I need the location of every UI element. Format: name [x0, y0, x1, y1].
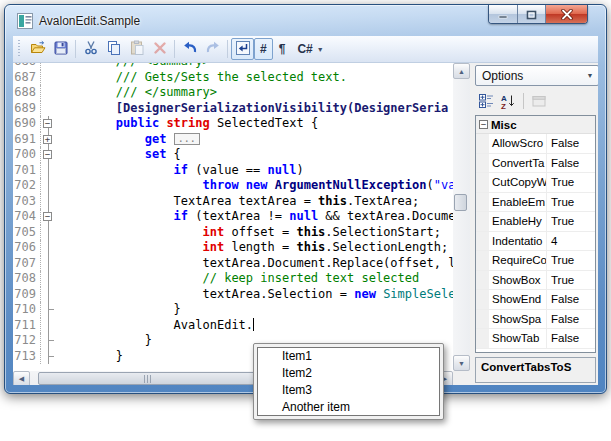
- scroll-left-button[interactable]: ◀: [13, 371, 30, 385]
- code-line[interactable]: 704− if (textArea != null && textArea.Do…: [13, 209, 453, 225]
- property-grid[interactable]: − Misc AllowScroFalseConvertTaFalseCutCo…: [475, 115, 596, 353]
- property-name[interactable]: EnableHy: [489, 212, 547, 231]
- line-number[interactable]: 691: [13, 132, 41, 148]
- paste-button[interactable]: [125, 38, 148, 60]
- property-name[interactable]: ShowBox: [489, 271, 547, 290]
- delete-button[interactable]: [148, 38, 171, 60]
- property-value[interactable]: False: [547, 154, 595, 173]
- fold-margin[interactable]: −: [41, 209, 56, 225]
- fold-margin[interactable]: [41, 85, 56, 101]
- code-line[interactable]: 687 /// Gets/Sets the selected text.: [13, 70, 453, 86]
- maximize-button[interactable]: [518, 5, 546, 24]
- property-name[interactable]: EnableEm: [489, 193, 547, 212]
- line-number[interactable]: 711: [13, 318, 41, 334]
- categorized-button[interactable]: [475, 91, 497, 111]
- code-text[interactable]: textArea.Document.Replace(offset, l: [56, 256, 453, 272]
- line-number[interactable]: 703: [13, 194, 41, 210]
- property-value[interactable]: False: [547, 310, 595, 329]
- property-value[interactable]: False: [547, 134, 595, 153]
- property-value[interactable]: False: [547, 329, 595, 348]
- fold-margin[interactable]: −: [41, 116, 56, 132]
- horizontal-scroll-thumb[interactable]: [38, 372, 258, 385]
- completion-item[interactable]: Item3: [258, 382, 439, 399]
- code-line[interactable]: 705 int offset = this.SelectionStart;: [13, 225, 453, 241]
- property-row[interactable]: EnableHyTrue: [476, 212, 595, 232]
- line-number[interactable]: 708: [13, 271, 41, 287]
- code-line[interactable]: 702 throw new ArgumentNullException("va: [13, 178, 453, 194]
- code-line[interactable]: 688 /// </summary>: [13, 85, 453, 101]
- fold-margin[interactable]: [41, 271, 56, 287]
- alphabetical-sort-button[interactable]: A Z: [497, 91, 519, 111]
- code-line[interactable]: 700− set {: [13, 147, 453, 163]
- property-name[interactable]: ShowSpa: [489, 310, 547, 329]
- completion-item[interactable]: Item2: [258, 365, 439, 382]
- code-text[interactable]: AvalonEdit.: [56, 318, 254, 334]
- line-number[interactable]: 704: [13, 209, 41, 225]
- property-value[interactable]: True: [547, 173, 595, 192]
- code-text[interactable]: get ...: [56, 132, 200, 148]
- code-text[interactable]: // keep inserted text selected: [56, 271, 419, 287]
- code-text[interactable]: TextArea textArea = this.TextArea;: [56, 194, 419, 210]
- completion-list[interactable]: Item1Item2Item3Another item: [257, 347, 440, 416]
- fold-margin[interactable]: +: [41, 132, 56, 148]
- fold-margin[interactable]: [41, 287, 56, 303]
- options-dropdown[interactable]: Options ▼: [475, 65, 598, 86]
- code-text[interactable]: set {: [56, 147, 181, 163]
- code-text[interactable]: textArea.Selection = new SimpleSele: [56, 287, 453, 303]
- property-name[interactable]: AllowScro: [489, 134, 547, 153]
- line-number[interactable]: 712: [13, 333, 41, 349]
- title-bar[interactable]: AvalonEdit.Sample: [5, 5, 606, 36]
- completion-item[interactable]: Item1: [258, 348, 439, 365]
- fold-margin[interactable]: [41, 101, 56, 117]
- property-name[interactable]: ConvertTa: [489, 154, 547, 173]
- code-line[interactable]: 703 TextArea textArea = this.TextArea;: [13, 194, 453, 210]
- fold-margin[interactable]: [41, 194, 56, 210]
- fold-margin[interactable]: [41, 70, 56, 86]
- code-text[interactable]: if (value == null): [56, 163, 304, 179]
- property-pages-button[interactable]: [528, 91, 550, 111]
- code-text[interactable]: }: [56, 302, 181, 318]
- code-text[interactable]: int offset = this.SelectionStart;: [56, 225, 441, 241]
- code-line[interactable]: 707 textArea.Document.Replace(offset, l: [13, 256, 453, 272]
- line-number[interactable]: 688: [13, 85, 41, 101]
- property-name[interactable]: ShowTab: [489, 329, 547, 348]
- line-number[interactable]: 707: [13, 256, 41, 272]
- open-button[interactable]: [26, 38, 49, 60]
- code-line[interactable]: 710 }: [13, 302, 453, 318]
- collapse-icon[interactable]: −: [479, 120, 488, 129]
- code-line[interactable]: 701 if (value == null): [13, 163, 453, 179]
- code-line[interactable]: 689 [DesignerSerializationVisibility(Des…: [13, 101, 453, 117]
- property-name[interactable]: RequireCo: [489, 251, 547, 270]
- vertical-scroll-thumb[interactable]: [454, 194, 467, 211]
- fold-margin[interactable]: [41, 163, 56, 179]
- line-number[interactable]: 710: [13, 302, 41, 318]
- fold-margin[interactable]: [41, 349, 56, 365]
- code-text[interactable]: /// Gets/Sets the selected text.: [56, 70, 347, 86]
- undo-button[interactable]: [178, 38, 201, 60]
- syntax-dropdown-button[interactable]: C#▼: [291, 38, 329, 60]
- fold-margin[interactable]: −: [41, 147, 56, 163]
- cut-button[interactable]: [79, 38, 102, 60]
- fold-minus-marker[interactable]: −: [43, 212, 52, 221]
- toolbar-grip[interactable]: [17, 40, 22, 58]
- fold-margin[interactable]: [41, 178, 56, 194]
- line-number[interactable]: 713: [13, 349, 41, 365]
- property-name[interactable]: ShowEnd: [489, 290, 547, 309]
- property-value[interactable]: 4: [547, 232, 595, 251]
- code-text[interactable]: throw new ArgumentNullException("va: [56, 178, 453, 194]
- close-button[interactable]: [546, 5, 587, 24]
- code-text[interactable]: [DesignerSerializationVisibility(Designe…: [56, 101, 448, 117]
- property-row[interactable]: ShowBoxTrue: [476, 271, 595, 291]
- scroll-down-button[interactable]: ▼: [453, 355, 470, 371]
- line-number[interactable]: 700: [13, 147, 41, 163]
- property-row[interactable]: CutCopyWTrue: [476, 173, 595, 193]
- line-number[interactable]: 702: [13, 178, 41, 194]
- line-number[interactable]: 705: [13, 225, 41, 241]
- fold-margin[interactable]: [41, 318, 56, 334]
- property-value[interactable]: True: [547, 271, 595, 290]
- line-number[interactable]: 689: [13, 101, 41, 117]
- word-wrap-button[interactable]: [231, 38, 254, 60]
- code-line[interactable]: 690− public string SelectedText {: [13, 116, 453, 132]
- property-value[interactable]: True: [547, 193, 595, 212]
- redo-button[interactable]: [201, 38, 224, 60]
